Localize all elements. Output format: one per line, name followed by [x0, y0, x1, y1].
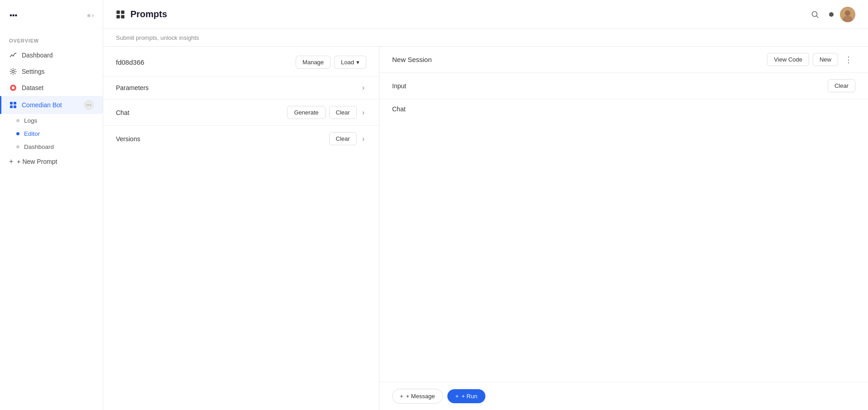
avatar[interactable] [840, 7, 855, 22]
chat-row: Chat Generate Clear › [103, 99, 379, 125]
topbar-title-group: Prompts [130, 9, 167, 19]
sub-dashboard-dot [16, 145, 19, 148]
svg-rect-9 [116, 15, 120, 19]
view-code-button[interactable]: View Code [767, 53, 809, 66]
sidebar-sub-item-sub-dashboard[interactable]: Dashboard [0, 140, 103, 153]
svg-rect-5 [10, 105, 13, 108]
versions-clear-button[interactable]: Clear [329, 132, 357, 145]
topbar-right [807, 7, 855, 22]
svg-point-0 [12, 71, 14, 73]
page-subtitle-bar: Submit prompts, unlock insights [103, 29, 868, 47]
chat-label: Chat [116, 109, 129, 116]
chat-expand-button[interactable]: › [360, 108, 366, 118]
notification-dot[interactable] [829, 12, 834, 17]
chat-clear-button[interactable]: Clear [329, 106, 357, 119]
new-session-button[interactable]: New [813, 53, 838, 66]
sidebar: ··· ≡ › OVERVIEW Dashboard Settings Data… [0, 0, 103, 410]
left-panel-btn-group: Manage Load ▾ [296, 56, 366, 69]
left-panel-header: fd08d366 Manage Load ▾ [103, 47, 379, 76]
parameters-expand-button[interactable]: › [360, 83, 366, 93]
dataset-icon [9, 84, 17, 92]
sidebar-item-dashboard[interactable]: Dashboard [0, 47, 103, 63]
svg-point-11 [812, 11, 817, 16]
parameters-actions: › [360, 83, 366, 93]
page-subtitle: Submit prompts, unlock insights [116, 34, 199, 41]
right-panel-header: New Session View Code New ⋮ [379, 47, 868, 73]
svg-point-14 [845, 10, 850, 16]
prompt-id: fd08d366 [116, 58, 144, 66]
svg-line-12 [817, 16, 819, 18]
topbar-page-icon [116, 10, 125, 19]
chat-section-label: Chat [392, 105, 855, 118]
svg-rect-3 [10, 102, 13, 105]
versions-actions: Clear › [329, 132, 366, 145]
parameters-label: Parameters [116, 84, 149, 91]
input-clear-button[interactable]: Clear [828, 79, 855, 92]
new-prompt-label: + New Prompt [17, 158, 57, 165]
sidebar-item-dataset[interactable]: Dataset [0, 80, 103, 96]
versions-expand-button[interactable]: › [360, 134, 366, 144]
main-content: Prompts Submit prompts, unlock insights … [103, 0, 868, 410]
sidebar-overview-label: OVERVIEW [0, 31, 103, 47]
plus-run-icon: + [456, 393, 459, 400]
svg-rect-4 [14, 102, 16, 105]
new-prompt-button[interactable]: + + New Prompt [0, 153, 103, 170]
chevron-down-icon: ▾ [356, 59, 360, 66]
editor-dot [16, 132, 19, 135]
svg-rect-7 [116, 10, 120, 14]
sidebar-logs-label: Logs [24, 117, 37, 124]
svg-rect-6 [14, 105, 16, 108]
sidebar-toggle-button[interactable]: ≡ › [87, 12, 94, 19]
sidebar-item-settings[interactable]: Settings [0, 63, 103, 80]
plus-icon: + [9, 157, 13, 166]
manage-button[interactable]: Manage [296, 56, 331, 69]
grid-icon [9, 101, 17, 109]
session-title: New Session [392, 56, 432, 63]
gear-icon [9, 67, 17, 76]
svg-rect-10 [121, 15, 125, 19]
sidebar-comedian-bot-label: Comedian Bot [22, 101, 62, 109]
chat-actions: Generate Clear › [287, 106, 366, 119]
right-panel: New Session View Code New ⋮ Input Clear … [379, 47, 868, 410]
topbar-left: Prompts [116, 9, 167, 19]
sidebar-settings-label: Settings [22, 68, 45, 75]
sidebar-editor-label: Editor [24, 130, 40, 137]
svg-rect-8 [121, 10, 125, 14]
session-more-button[interactable]: ⋮ [842, 54, 855, 66]
input-label: Input [392, 82, 406, 90]
sidebar-sub-item-logs[interactable]: Logs [0, 114, 103, 127]
generate-button[interactable]: Generate [287, 106, 325, 119]
run-button[interactable]: + + Run [447, 389, 486, 403]
left-panel: fd08d366 Manage Load ▾ Parameters › Ch [103, 47, 379, 410]
versions-label: Versions [116, 135, 140, 143]
sidebar-dashboard-label: Dashboard [22, 52, 53, 59]
svg-point-2 [12, 86, 14, 89]
sidebar-sub-item-editor[interactable]: Editor [0, 127, 103, 140]
message-button[interactable]: + + Message [392, 389, 443, 404]
topbar: Prompts [103, 0, 868, 29]
sidebar-dataset-label: Dataset [22, 84, 43, 91]
page-title: Prompts [130, 9, 167, 19]
right-panel-footer: + + Message + + Run [379, 382, 868, 410]
sidebar-item-comedian-bot[interactable]: Comedian Bot ⋯ [0, 96, 103, 114]
sidebar-sub-dashboard-label: Dashboard [24, 143, 54, 150]
search-button[interactable] [807, 7, 823, 22]
versions-row: Versions Clear › [103, 125, 379, 152]
logs-dot [16, 119, 19, 122]
active-indicator [0, 96, 1, 114]
logo: ··· [9, 8, 17, 23]
right-panel-header-actions: View Code New ⋮ [767, 53, 855, 66]
parameters-row: Parameters › [103, 76, 379, 99]
right-panel-body: Chat [379, 99, 868, 382]
content-row: fd08d366 Manage Load ▾ Parameters › Ch [103, 47, 868, 410]
comedian-bot-more-button[interactable]: ⋯ [84, 100, 94, 110]
plus-message-icon: + [400, 393, 403, 400]
sidebar-header: ··· ≡ › [0, 0, 103, 31]
input-section: Input Clear [379, 73, 868, 99]
load-button[interactable]: Load ▾ [334, 56, 366, 69]
chart-icon [9, 51, 17, 59]
